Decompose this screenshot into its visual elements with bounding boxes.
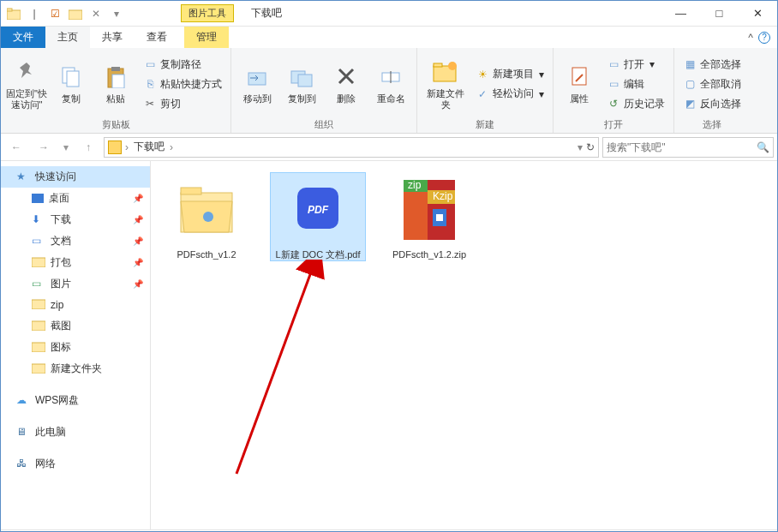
crumb-sep-icon: › bbox=[125, 141, 129, 153]
copy-to-button[interactable]: 复制到 bbox=[281, 51, 322, 117]
search-box[interactable]: 🔍 bbox=[602, 137, 774, 158]
copy-button[interactable]: 复制 bbox=[51, 51, 92, 117]
file-item-zip[interactable]: zip Kzip PDFscth_v1.2.zip bbox=[382, 173, 476, 260]
search-input[interactable] bbox=[607, 141, 757, 153]
documents-icon: ▭ bbox=[32, 235, 45, 248]
new-folder-button[interactable]: 新建文件夹 bbox=[422, 51, 469, 117]
delete-icon bbox=[332, 63, 360, 90]
edit-icon: ▭ bbox=[607, 77, 620, 91]
open-button[interactable]: ▭打开▾ bbox=[603, 56, 668, 74]
address-bar: ← → ▾ ↑ › 下载吧 › ▾ ↻ 🔍 bbox=[1, 134, 777, 161]
back-button[interactable]: ← bbox=[4, 137, 28, 158]
navigation-pane: ★快速访问 桌面📌 ⬇下载📌 ▭文档📌 打包📌 ▭图片📌 zip 截图 图标 新… bbox=[1, 161, 151, 529]
star-icon: ★ bbox=[16, 170, 30, 184]
tab-share[interactable]: 共享 bbox=[90, 27, 135, 48]
qat-dropdown-icon[interactable]: ▾ bbox=[107, 4, 126, 23]
window-title: 下载吧 bbox=[251, 6, 661, 21]
forward-button[interactable]: → bbox=[32, 137, 56, 158]
sidebar-this-pc[interactable]: 🖥此电脑 bbox=[1, 421, 150, 443]
folder-icon[interactable] bbox=[4, 4, 23, 23]
open-group-label: 打开 bbox=[559, 117, 668, 131]
svg-rect-4 bbox=[67, 71, 79, 87]
tab-manage[interactable]: 管理 bbox=[184, 27, 229, 48]
paste-icon bbox=[102, 63, 129, 90]
help-icon[interactable]: ? bbox=[758, 32, 770, 44]
tab-home[interactable]: 主页 bbox=[45, 27, 90, 48]
select-none-button[interactable]: ▢全部取消 bbox=[679, 75, 745, 93]
pictures-icon: ▭ bbox=[32, 278, 45, 291]
file-item-pdf[interactable]: PDF L新建 DOC 文档.pdf bbox=[271, 173, 365, 260]
desktop-icon bbox=[32, 194, 44, 203]
up-button[interactable]: ↑ bbox=[76, 137, 100, 158]
shortcut-icon: ⎘ bbox=[143, 77, 157, 91]
move-to-button[interactable]: 移动到 bbox=[236, 51, 278, 117]
sidebar-jietu[interactable]: 截图 bbox=[1, 315, 150, 337]
history-button[interactable]: ↺历史记录 bbox=[603, 95, 668, 113]
easy-access-button[interactable]: ✓轻松访问▾ bbox=[472, 85, 548, 103]
sidebar-network[interactable]: 🖧网络 bbox=[1, 453, 150, 475]
sidebar-wps[interactable]: ☁WPS网盘 bbox=[1, 390, 150, 411]
qat-close-icon[interactable]: ✕ bbox=[87, 4, 105, 23]
pin-icon: 📌 bbox=[133, 279, 143, 289]
sidebar-tubiao[interactable]: 图标 bbox=[1, 337, 150, 358]
svg-rect-6 bbox=[111, 67, 120, 71]
new-item-button[interactable]: ☀新建项目▾ bbox=[472, 65, 548, 83]
file-list[interactable]: PDFscth_v1.2 PDF L新建 DOC 文档.pdf zip Kzip bbox=[151, 161, 777, 529]
address-box[interactable]: › 下载吧 › ▾ ↻ bbox=[104, 137, 599, 158]
arrow-annotation bbox=[228, 260, 331, 482]
svg-rect-21 bbox=[32, 364, 45, 374]
svg-point-15 bbox=[448, 62, 457, 70]
ribbon-collapse-icon[interactable]: ^ bbox=[748, 32, 753, 44]
sidebar-desktop[interactable]: 桌面📌 bbox=[1, 188, 150, 209]
recent-dropdown[interactable]: ▾ bbox=[59, 137, 73, 158]
qat-properties-icon[interactable]: ☑ bbox=[45, 4, 64, 23]
context-tab-label: 图片工具 bbox=[181, 4, 234, 22]
sidebar-dabao[interactable]: 打包📌 bbox=[1, 252, 150, 273]
delete-button[interactable]: 删除 bbox=[326, 51, 367, 117]
invert-selection-button[interactable]: ◩反向选择 bbox=[679, 95, 745, 113]
sidebar-pictures[interactable]: ▭图片📌 bbox=[1, 273, 150, 295]
sidebar-quick-access[interactable]: ★快速访问 bbox=[1, 166, 150, 188]
rename-icon bbox=[377, 63, 404, 90]
copy-path-button[interactable]: ▭复制路径 bbox=[140, 56, 225, 74]
title-bar: | ☑ ✕ ▾ 图片工具 下载吧 — □ ✕ bbox=[1, 1, 777, 27]
close-button[interactable]: ✕ bbox=[739, 1, 777, 27]
minimize-button[interactable]: — bbox=[661, 1, 700, 27]
move-to-icon bbox=[243, 63, 271, 90]
maximize-button[interactable]: □ bbox=[700, 1, 739, 27]
sidebar-newfolder[interactable]: 新建文件夹 bbox=[1, 358, 150, 380]
cut-button[interactable]: ✂剪切 bbox=[140, 95, 225, 113]
folder-icon bbox=[32, 320, 45, 333]
file-name: PDFscth_v1.2 bbox=[177, 248, 236, 260]
address-dropdown-icon[interactable]: ▾ bbox=[578, 141, 583, 153]
new-item-icon: ☀ bbox=[476, 68, 489, 81]
sidebar-downloads[interactable]: ⬇下载📌 bbox=[1, 209, 150, 230]
svg-rect-7 bbox=[112, 75, 124, 88]
edit-button[interactable]: ▭编辑 bbox=[603, 75, 668, 93]
pin-quick-access-button[interactable]: 固定到"快速访问" bbox=[6, 51, 47, 117]
svg-rect-14 bbox=[434, 63, 442, 67]
new-group-label: 新建 bbox=[422, 117, 548, 131]
paste-shortcut-button[interactable]: ⎘粘贴快捷方式 bbox=[140, 75, 225, 93]
sidebar-documents[interactable]: ▭文档📌 bbox=[1, 230, 150, 252]
search-icon[interactable]: 🔍 bbox=[757, 141, 769, 153]
tab-view[interactable]: 查看 bbox=[135, 27, 179, 48]
pin-icon: 📌 bbox=[133, 258, 143, 267]
svg-text:PDF: PDF bbox=[308, 204, 329, 216]
ribbon-group-open: 属性 ▭打开▾ ▭编辑 ↺历史记录 打开 bbox=[554, 48, 674, 133]
cloud-icon: ☁ bbox=[16, 394, 30, 408]
paste-button[interactable]: 粘贴 bbox=[95, 51, 136, 117]
sidebar-zip[interactable]: zip bbox=[1, 295, 150, 315]
qat-new-folder-icon[interactable] bbox=[66, 4, 85, 23]
rename-button[interactable]: 重命名 bbox=[370, 51, 411, 117]
select-all-button[interactable]: ▦全部选择 bbox=[679, 56, 745, 74]
refresh-icon[interactable]: ↻ bbox=[586, 141, 595, 153]
properties-button[interactable]: 属性 bbox=[559, 51, 600, 117]
ribbon-tabs: 文件 主页 共享 查看 管理 ^ ? bbox=[1, 27, 777, 48]
breadcrumb[interactable]: 下载吧 bbox=[132, 140, 166, 154]
file-item-folder[interactable]: PDFscth_v1.2 bbox=[159, 173, 254, 260]
svg-line-35 bbox=[236, 270, 312, 474]
tab-file[interactable]: 文件 bbox=[1, 27, 45, 48]
zip-icon: zip Kzip bbox=[398, 173, 460, 243]
svg-text:zip: zip bbox=[408, 179, 422, 191]
